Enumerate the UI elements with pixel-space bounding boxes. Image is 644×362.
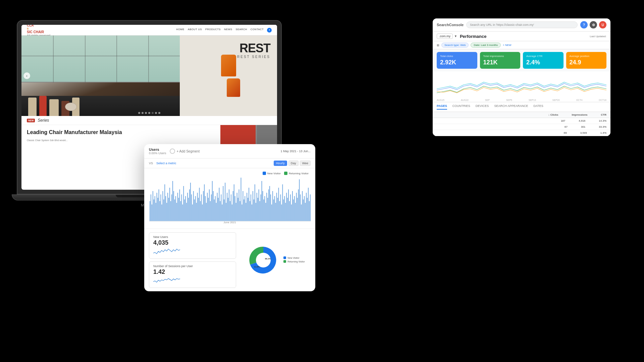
svg-rect-37 [186,203,187,221]
legend-new: New Visitor [263,172,281,175]
svg-rect-146 [294,196,295,221]
svg-rect-59 [208,198,209,221]
sc-tab-dates[interactable]: DATES [533,104,543,110]
sc-user-icon[interactable]: U [599,21,606,28]
svg-rect-95 [244,199,244,221]
table-row: 187 4,916 14.3% [433,118,610,124]
chart-month-label: June 2021 [223,221,236,224]
svg-rect-31 [180,201,181,221]
hero-subtitle: REST SERIES [237,55,270,59]
dot-1[interactable] [138,112,140,114]
sc-tabs: PAGES COUNTRIES DEVICES SEARCH APPEARANC… [433,102,610,112]
sc-filter-date[interactable]: Date: Last 3 months [471,43,501,48]
sc-metric-impressions: Total impressions 121K [480,52,521,69]
svg-rect-144 [292,191,293,221]
sc-question-icon[interactable]: ? [580,21,588,28]
svg-rect-64 [213,191,214,221]
sc-imp-value: 121K [483,59,517,66]
svg-rect-34 [183,186,184,221]
svg-rect-88 [237,193,237,221]
add-segment-label: + Add Segment [177,149,200,153]
svg-rect-91 [240,201,240,221]
sessions-label: Number of Sessions per User [153,264,232,268]
btn-week[interactable]: Wee [300,161,311,166]
sc-col-impressions: Impressions [572,113,587,116]
svg-rect-17 [166,203,167,221]
row3-ctr: 1.4% [600,131,606,134]
svg-rect-119 [267,198,268,221]
add-segment-btn[interactable]: + Add Segment [170,148,200,154]
sc-tab-pages[interactable]: PAGES [437,104,447,110]
pie-legend-returning: Returning Visitor [283,260,305,263]
sc-search-bar[interactable]: Search any URL in 'https://classic-chair… [466,21,578,28]
svg-rect-154 [302,191,303,221]
svg-rect-127 [275,203,276,221]
users-sub: 0.00% Users [149,152,166,155]
sc-filter-type[interactable]: Search type: Web [441,43,469,48]
nav-products[interactable]: PRODUCTS [205,28,221,33]
btn-hourly[interactable]: Hourly [274,161,287,166]
sc-last-updated: Last Updated: [590,35,606,38]
svg-rect-90 [239,189,239,221]
dot-5[interactable] [152,112,154,114]
dot-3[interactable] [145,112,147,114]
svg-rect-133 [281,204,282,221]
sc-settings-icon[interactable]: ⚙ [590,21,597,28]
website-logo: CLASSIC CHAIR All rights reserved [27,25,50,37]
sc-domain[interactable]: .com.my [437,34,453,39]
svg-rect-69 [218,198,219,221]
svg-rect-60 [209,189,210,221]
sc-pos-value: 24.9 [570,59,603,66]
pie-chart: 88.2% 11.8% [247,243,280,277]
vs-text: VS [149,162,153,165]
nav-search[interactable]: SEARCH [236,28,247,33]
svg-rect-0 [150,201,150,221]
svg-rect-19 [168,198,169,221]
svg-rect-1 [151,194,151,221]
svg-rect-18 [167,193,168,221]
table-row: 69 3,549 1.4% [433,130,610,136]
sc-label-2: SEP [485,99,490,101]
svg-rect-44 [193,191,194,221]
svg-rect-82 [231,194,231,221]
sc-col-ctr: CTR [601,113,606,116]
analytics-window: Users 0.00% Users + Add Segment 1 May 20… [144,144,315,291]
btn-day[interactable]: Day [288,161,299,166]
sc-tab-search[interactable]: SEARCH APPEARANCE [494,104,528,110]
dot-4[interactable] [148,112,150,114]
svg-rect-157 [305,203,306,221]
svg-rect-160 [308,188,309,221]
hero-section: REST REST SERIES ‹ [21,36,277,116]
sc-label-4: SEP13 [529,99,536,101]
nav-about[interactable]: ABOUT US [188,28,202,33]
svg-rect-153 [301,204,302,221]
svg-rect-61 [210,201,211,221]
row1-ctr: 14.3% [599,119,606,122]
sc-clicks-value: 2.92K [440,59,474,66]
sc-tab-countries[interactable]: COUNTRIES [452,104,470,110]
sc-subheader: .com.my ▼ Performance Last Updated: [433,32,610,41]
svg-rect-67 [216,203,217,221]
select-metric[interactable]: Select a metric [156,162,176,165]
svg-rect-136 [284,196,285,221]
nav-news[interactable]: NEWS [224,28,232,33]
svg-rect-70 [219,188,220,221]
sc-tab-devices[interactable]: DEVICES [476,104,489,110]
nav-home[interactable]: HOME [176,28,184,33]
dot-2[interactable] [142,112,144,114]
facebook-icon[interactable]: f [267,28,272,33]
new-users-value: 4,035 [153,239,232,246]
new-series-bar: NEW Series [21,116,277,125]
sc-new-btn[interactable]: + NEW [503,44,512,47]
svg-rect-97 [246,203,246,221]
prev-arrow[interactable]: ‹ [23,72,30,79]
nav-contact[interactable]: CONTACT [251,28,264,33]
svg-rect-131 [279,201,280,221]
pie-blue-dot [283,256,286,259]
dot-6[interactable] [155,112,157,114]
svg-rect-150 [298,189,299,221]
svg-rect-13 [162,191,163,221]
svg-rect-7 [157,193,157,221]
svg-rect-126 [274,196,275,221]
dot-7[interactable] [158,112,160,114]
